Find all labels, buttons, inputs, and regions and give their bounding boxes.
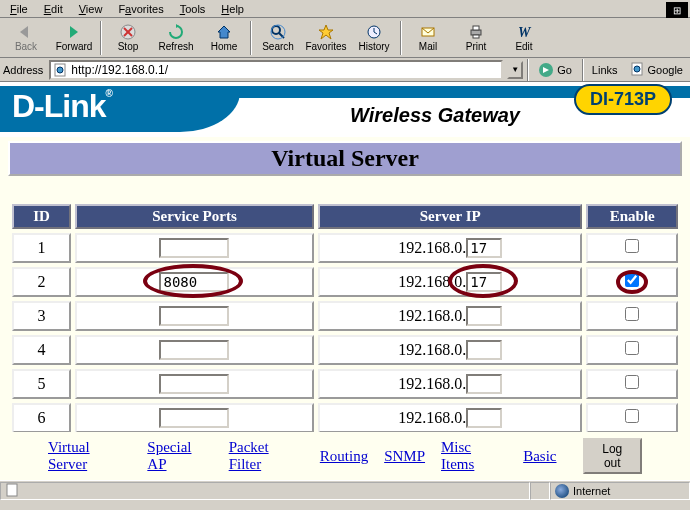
ip-prefix: 192.168.0.: [398, 307, 466, 324]
history-button[interactable]: History: [350, 19, 398, 57]
service-port-input[interactable]: [159, 272, 229, 292]
cell-ports: [75, 403, 314, 433]
ip-prefix: 192.168.0.: [398, 239, 466, 256]
cell-id: 1: [12, 233, 71, 263]
router-header: D-Link® Wireless Gateway DI-713P: [0, 82, 690, 137]
logout-button[interactable]: Log out: [583, 438, 642, 474]
svg-point-20: [57, 67, 63, 73]
status-zone-pane: Internet: [550, 482, 690, 500]
cell-enable: [586, 403, 678, 433]
ip-prefix: 192.168.0.: [398, 273, 466, 290]
server-ip-input[interactable]: [466, 340, 502, 360]
nav-misc-items[interactable]: Misc Items: [441, 439, 507, 473]
svg-marker-0: [20, 26, 28, 38]
ip-prefix: 192.168.0.: [398, 375, 466, 392]
nav-basic[interactable]: Basic: [523, 448, 556, 465]
cell-id: 6: [12, 403, 71, 433]
enable-checkbox[interactable]: [625, 409, 639, 423]
server-ip-input[interactable]: [466, 408, 502, 428]
cell-ports: [75, 301, 314, 331]
enable-checkbox[interactable]: [625, 273, 639, 287]
cell-enable: [586, 267, 678, 297]
go-button[interactable]: Go: [533, 62, 578, 78]
print-button[interactable]: Print: [452, 19, 500, 57]
toolbar-separator: [400, 21, 402, 55]
menu-view[interactable]: View: [71, 2, 111, 15]
links-label: Links: [588, 64, 622, 76]
cell-enable: [586, 233, 678, 263]
server-ip-input[interactable]: [466, 374, 502, 394]
menu-tools[interactable]: Tools: [172, 2, 214, 15]
search-button[interactable]: Search: [254, 19, 302, 57]
address-label: Address: [3, 64, 45, 76]
mail-icon: [420, 23, 436, 41]
refresh-icon: [168, 23, 184, 41]
nav-routing[interactable]: Routing: [320, 448, 368, 465]
menu-edit[interactable]: Edit: [36, 2, 71, 15]
toolbar: Back Forward Stop Refresh Home Search: [0, 18, 690, 58]
go-arrow-icon: [539, 63, 553, 77]
col-header-id: ID: [12, 204, 71, 229]
service-port-input[interactable]: [159, 374, 229, 394]
svg-marker-1: [70, 26, 78, 38]
refresh-button[interactable]: Refresh: [152, 19, 200, 57]
server-ip-input[interactable]: [466, 272, 502, 292]
cell-ports: [75, 233, 314, 263]
status-lock-pane: [530, 482, 550, 500]
address-field[interactable]: [49, 60, 503, 80]
stop-button[interactable]: Stop: [104, 19, 152, 57]
svg-marker-6: [218, 26, 230, 38]
menu-file[interactable]: File: [2, 2, 36, 15]
svg-rect-16: [473, 26, 479, 30]
internet-zone-icon: [555, 484, 569, 498]
col-header-ip: Server IP: [318, 204, 582, 229]
links-google[interactable]: Google: [626, 62, 687, 78]
service-port-input[interactable]: [159, 340, 229, 360]
edit-icon: W: [516, 23, 532, 41]
history-icon: [366, 23, 382, 41]
cell-id: 2: [12, 267, 71, 297]
page-icon: [630, 62, 644, 78]
status-bar: Internet: [0, 480, 690, 500]
page-icon: [53, 63, 67, 77]
col-header-ports: Service Ports: [75, 204, 314, 229]
forward-button[interactable]: Forward: [50, 19, 98, 57]
ip-prefix: 192.168.0.: [398, 409, 466, 426]
enable-checkbox[interactable]: [625, 307, 639, 321]
favorites-icon: [318, 23, 334, 41]
gateway-label: Wireless Gateway: [350, 104, 520, 127]
nav-special-ap[interactable]: Special AP: [147, 439, 212, 473]
server-ip-input[interactable]: [466, 238, 502, 258]
service-port-input[interactable]: [159, 238, 229, 258]
home-button[interactable]: Home: [200, 19, 248, 57]
url-input[interactable]: [71, 63, 499, 77]
nav-virtual-server[interactable]: Virtual Server: [48, 439, 131, 473]
print-icon: [468, 23, 484, 41]
enable-checkbox[interactable]: [625, 341, 639, 355]
cell-ports: [75, 267, 314, 297]
dlink-logo: D-Link®: [12, 88, 112, 125]
favorites-button[interactable]: Favorites: [302, 19, 350, 57]
svg-rect-15: [471, 30, 481, 35]
mail-button[interactable]: Mail: [404, 19, 452, 57]
cell-ip: 192.168.0.: [318, 369, 582, 399]
edit-button[interactable]: W Edit: [500, 19, 548, 57]
menu-help[interactable]: Help: [213, 2, 252, 15]
server-ip-input[interactable]: [466, 306, 502, 326]
back-button[interactable]: Back: [2, 19, 50, 57]
address-dropdown-button[interactable]: ▼: [507, 61, 523, 79]
nav-packet-filter[interactable]: Packet Filter: [229, 439, 304, 473]
enable-checkbox[interactable]: [625, 239, 639, 253]
svg-marker-10: [319, 25, 333, 39]
cell-enable: [586, 335, 678, 365]
service-port-input[interactable]: [159, 408, 229, 428]
nav-snmp[interactable]: SNMP: [384, 448, 425, 465]
cell-enable: [586, 369, 678, 399]
cell-ip: 192.168.0.: [318, 233, 582, 263]
windows-logo-icon: ⊞: [666, 2, 688, 18]
menu-favorites[interactable]: Favorites: [110, 2, 171, 15]
svg-rect-24: [7, 484, 17, 496]
enable-checkbox[interactable]: [625, 375, 639, 389]
service-port-input[interactable]: [159, 306, 229, 326]
cell-id: 5: [12, 369, 71, 399]
